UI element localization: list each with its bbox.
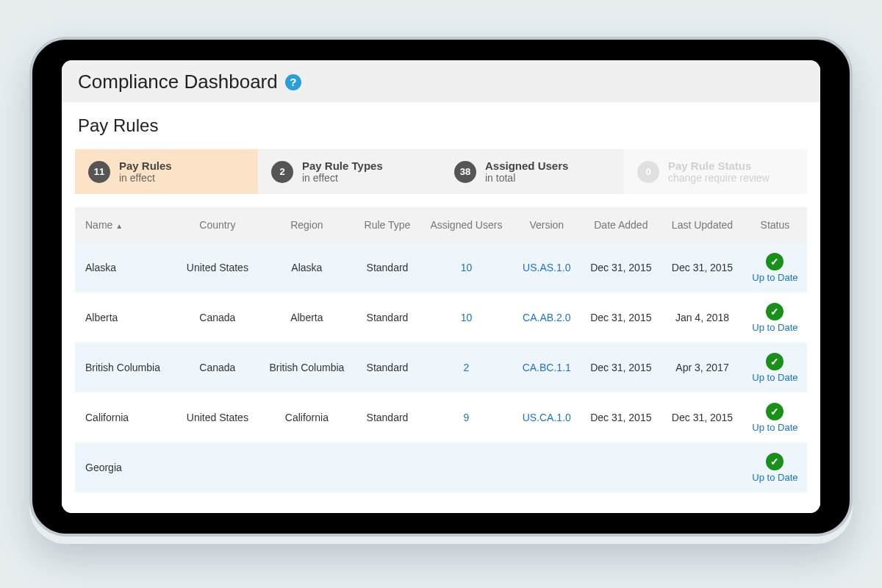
cell-version[interactable]: CA.AB.2.0 <box>513 293 581 343</box>
summary-card-assigned-users[interactable]: 38 Assigned Users in total <box>441 149 624 194</box>
col-rule-type[interactable]: Rule Type <box>355 207 420 243</box>
cell-version[interactable]: US.CA.1.0 <box>513 392 581 442</box>
cell-status: ✓Up to Date <box>743 343 807 392</box>
summary-label: Pay Rule Types <box>302 159 383 172</box>
col-date-added[interactable]: Date Added <box>581 207 662 243</box>
col-name[interactable]: Name ▲ <box>75 207 176 243</box>
summary-card-pay-rules[interactable]: 11 Pay Rules in effect <box>75 149 258 194</box>
cell-status: ✓Up to Date <box>743 392 807 442</box>
cell-status: ✓Up to Date <box>743 293 807 343</box>
help-icon[interactable]: ? <box>285 74 301 90</box>
cell-name: Alaska <box>75 243 176 293</box>
table-row[interactable]: British ColumbiaCanadaBritish ColumbiaSt… <box>75 343 807 392</box>
page-header: Compliance Dashboard ? <box>62 60 820 102</box>
cell-name: British Columbia <box>75 343 176 392</box>
pay-rules-panel: Pay Rules 11 Pay Rules in effect 2 Pay R… <box>62 102 820 513</box>
cell-name: California <box>75 392 176 442</box>
check-circle-icon: ✓ <box>766 303 784 320</box>
summary-sub: in effect <box>119 172 172 184</box>
cell-version[interactable]: CA.BC.1.1 <box>513 343 581 392</box>
table-row[interactable]: Georgia✓Up to Date <box>75 442 807 492</box>
cell-region: Alberta <box>259 293 355 343</box>
cell-last-updated: Apr 3, 2017 <box>662 343 743 392</box>
cell-region: California <box>259 392 355 442</box>
cell-date-added: Dec 31, 2015 <box>581 293 662 343</box>
rules-table: Name ▲ Country Region Rule Type Assigned… <box>75 207 807 492</box>
summary-sub: change require review <box>668 172 770 184</box>
status-link[interactable]: Up to Date <box>749 472 801 483</box>
col-assigned-users[interactable]: Assigned Users <box>420 207 513 243</box>
check-circle-icon: ✓ <box>766 353 784 370</box>
cell-assigned-users[interactable]: 2 <box>420 343 513 392</box>
summary-label: Pay Rule Status <box>668 159 770 172</box>
cell-date-added: Dec 31, 2015 <box>581 243 662 293</box>
status-link[interactable]: Up to Date <box>749 272 801 283</box>
col-last-updated[interactable]: Last Updated <box>662 207 743 243</box>
col-version[interactable]: Version <box>513 207 581 243</box>
count-badge: 0 <box>637 161 659 183</box>
cell-assigned-users[interactable]: 10 <box>420 243 513 293</box>
rules-table-wrap: Name ▲ Country Region Rule Type Assigned… <box>75 207 807 513</box>
cell-region: British Columbia <box>259 343 355 392</box>
cell-date-added: Dec 31, 2015 <box>581 343 662 392</box>
check-circle-icon: ✓ <box>766 253 784 270</box>
cell-last-updated <box>662 442 743 492</box>
summary-card-rule-types[interactable]: 2 Pay Rule Types in effect <box>258 149 441 194</box>
cell-region: Alaska <box>259 243 355 293</box>
sort-asc-icon: ▲ <box>115 222 123 230</box>
cell-assigned-users[interactable]: 9 <box>420 392 513 442</box>
count-badge: 11 <box>88 161 110 183</box>
cell-version[interactable]: US.AS.1.0 <box>513 243 581 293</box>
summary-strip: 11 Pay Rules in effect 2 Pay Rule Types … <box>75 149 807 194</box>
count-badge: 38 <box>454 161 476 183</box>
panel-title: Pay Rules <box>62 102 820 143</box>
col-country[interactable]: Country <box>176 207 259 243</box>
cell-country: Canada <box>176 343 259 392</box>
cell-date-added: Dec 31, 2015 <box>581 392 662 442</box>
app-screen: Compliance Dashboard ? Pay Rules 11 Pay … <box>62 60 820 513</box>
cell-last-updated: Dec 31, 2015 <box>662 392 743 442</box>
cell-country: Canada <box>176 293 259 343</box>
table-row[interactable]: AlaskaUnited StatesAlaskaStandard10US.AS… <box>75 243 807 293</box>
cell-last-updated: Dec 31, 2015 <box>662 243 743 293</box>
table-row[interactable]: AlbertaCanadaAlbertaStandard10CA.AB.2.0D… <box>75 293 807 343</box>
status-link[interactable]: Up to Date <box>749 322 801 333</box>
cell-assigned-users[interactable]: 10 <box>420 293 513 343</box>
cell-assigned-users[interactable] <box>420 442 513 492</box>
summary-label: Assigned Users <box>485 159 568 172</box>
table-row[interactable]: CaliforniaUnited StatesCaliforniaStandar… <box>75 392 807 442</box>
cell-rule-type <box>355 442 420 492</box>
cell-last-updated: Jan 4, 2018 <box>662 293 743 343</box>
cell-rule-type: Standard <box>355 343 420 392</box>
cell-region <box>259 442 355 492</box>
summary-card-status: 0 Pay Rule Status change require review <box>624 149 807 194</box>
cell-status: ✓Up to Date <box>743 243 807 293</box>
cell-rule-type: Standard <box>355 392 420 442</box>
summary-label: Pay Rules <box>119 159 172 172</box>
page-title: Compliance Dashboard <box>78 71 278 93</box>
cell-status: ✓Up to Date <box>743 442 807 492</box>
cell-rule-type: Standard <box>355 293 420 343</box>
check-circle-icon: ✓ <box>766 453 784 470</box>
cell-name: Georgia <box>75 442 176 492</box>
col-status[interactable]: Status <box>743 207 807 243</box>
status-link[interactable]: Up to Date <box>749 372 801 383</box>
cell-date-added <box>581 442 662 492</box>
cell-country: United States <box>176 392 259 442</box>
status-link[interactable]: Up to Date <box>749 422 801 433</box>
cell-country: United States <box>176 243 259 293</box>
count-badge: 2 <box>271 161 293 183</box>
cell-rule-type: Standard <box>355 243 420 293</box>
tablet-frame: Compliance Dashboard ? Pay Rules 11 Pay … <box>29 37 853 537</box>
check-circle-icon: ✓ <box>766 403 784 420</box>
summary-sub: in total <box>485 172 568 184</box>
cell-version[interactable] <box>513 442 581 492</box>
col-region[interactable]: Region <box>259 207 355 243</box>
cell-country <box>176 442 259 492</box>
cell-name: Alberta <box>75 293 176 343</box>
summary-sub: in effect <box>302 172 383 184</box>
